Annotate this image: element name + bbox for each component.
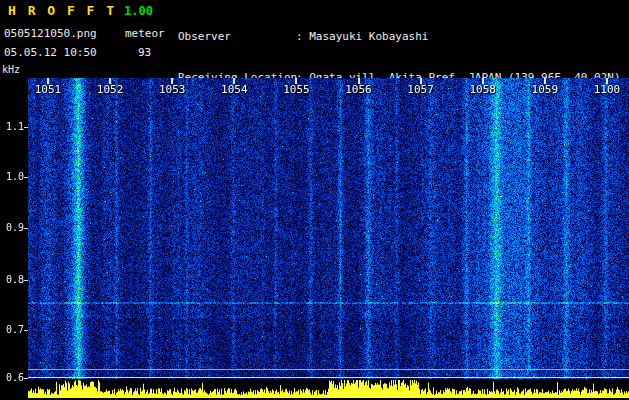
app-title: H R O F F T <box>8 3 116 18</box>
spectrogram-canvas <box>28 78 629 400</box>
output-filename: 0505121050.png <box>4 27 97 40</box>
freq-axis-unit-label: kHz <box>2 64 20 75</box>
info-label: Observer <box>178 30 296 44</box>
echo-count: 93 <box>138 46 151 59</box>
freq-tick-label: 0.6 <box>0 372 24 383</box>
freq-tick-label: 0.9 <box>0 222 24 233</box>
freq-tick-label: 0.8 <box>0 274 24 285</box>
app-version: 1.00 <box>124 4 153 18</box>
freq-tick-label: 0.7 <box>0 324 24 335</box>
freq-tick-label: 1.1 <box>0 121 24 132</box>
hrofft-window: H R O F F T 1.00 0505121050.png meteor 0… <box>0 0 629 400</box>
datetime-label: 05.05.12 10:50 <box>4 46 97 59</box>
info-row-observer: Observer: Masayuki Kobayashi <box>178 30 621 44</box>
freq-tick-label: 1.0 <box>0 171 24 182</box>
info-separator: : <box>296 30 309 43</box>
mode-label: meteor <box>125 27 165 40</box>
info-value: Masayuki Kobayashi <box>309 30 428 43</box>
